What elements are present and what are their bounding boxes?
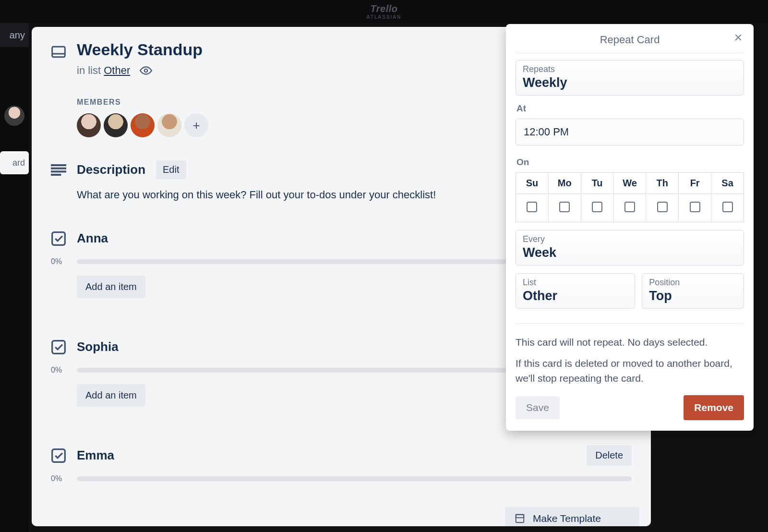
- day-checkbox-th[interactable]: [657, 202, 668, 212]
- day-checkbox-fr[interactable]: [690, 202, 700, 212]
- list-select[interactable]: List Other: [516, 273, 635, 309]
- brand-name: Trello: [367, 3, 401, 14]
- at-label: At: [516, 103, 744, 114]
- day-header: We: [613, 173, 646, 194]
- every-label: Every: [523, 234, 737, 244]
- avatar[interactable]: [131, 113, 155, 137]
- checklist-progress-bar: [77, 476, 632, 481]
- day-header: Tu: [581, 173, 613, 194]
- day-checkbox-su[interactable]: [527, 202, 537, 212]
- list-link[interactable]: Other: [104, 64, 130, 76]
- day-header: Su: [516, 173, 549, 194]
- day-checkbox-we[interactable]: [624, 202, 635, 212]
- time-input[interactable]: [516, 119, 744, 145]
- checklist-percent: 0%: [51, 257, 68, 266]
- repeat-warning-2: If this card is deleted or moved to anot…: [516, 356, 744, 386]
- board-card-fragment: ard: [0, 151, 29, 174]
- description-icon: [51, 164, 66, 176]
- svg-rect-11: [516, 515, 524, 518]
- add-member-button[interactable]: +: [184, 113, 208, 137]
- remove-button[interactable]: Remove: [684, 395, 744, 420]
- svg-rect-5: [51, 170, 66, 172]
- add-checklist-item-button[interactable]: Add an item: [77, 384, 145, 407]
- repeats-label: Repeats: [523, 64, 737, 74]
- repeats-select[interactable]: Repeats Weekly: [516, 60, 744, 96]
- every-select[interactable]: Every Week: [516, 230, 744, 266]
- make-template-button[interactable]: Make Template: [505, 507, 639, 526]
- day-checkbox-sa[interactable]: [722, 202, 733, 212]
- divider: [516, 323, 744, 324]
- list-value: Other: [523, 289, 628, 303]
- edit-description-button[interactable]: Edit: [156, 160, 186, 179]
- make-template-label: Make Template: [533, 513, 601, 524]
- day-header: Fr: [679, 173, 711, 194]
- watch-icon[interactable]: [140, 64, 152, 77]
- checklist-percent: 0%: [51, 474, 68, 483]
- checklist-percent: 0%: [51, 366, 68, 375]
- svg-point-2: [144, 69, 148, 73]
- checklist: Emma Delete 0%: [51, 445, 632, 483]
- popup-title: Repeat Card: [600, 34, 660, 46]
- avatar[interactable]: [157, 113, 181, 137]
- board-tab-fragment: any: [0, 23, 29, 47]
- svg-rect-0: [52, 47, 65, 57]
- day-checkbox-mo[interactable]: [559, 202, 570, 212]
- checklist-icon: [51, 339, 66, 355]
- svg-rect-3: [51, 164, 66, 166]
- in-list-text: in list Other: [77, 64, 130, 77]
- on-label: On: [516, 157, 744, 168]
- repeat-warning-1: This card will not repeat. No days selec…: [516, 335, 744, 350]
- checklist-title[interactable]: Anna: [77, 231, 576, 246]
- board-member-fragment: [0, 106, 29, 126]
- day-header: Th: [646, 173, 679, 194]
- brand-subtitle: ATLASSIAN: [367, 14, 401, 20]
- svg-rect-6: [51, 174, 61, 176]
- day-checkbox-tu[interactable]: [592, 202, 602, 212]
- svg-rect-4: [51, 167, 66, 169]
- repeat-card-popup: Repeat Card Repeats Weekly At On Su Mo T…: [506, 24, 754, 431]
- checklist-title[interactable]: Emma: [77, 448, 576, 463]
- add-checklist-item-button[interactable]: Add an item: [77, 276, 145, 298]
- days-table: Su Mo Tu We Th Fr Sa: [516, 172, 744, 222]
- save-button[interactable]: Save: [516, 396, 560, 419]
- repeats-value: Weekly: [523, 75, 737, 90]
- delete-checklist-button[interactable]: Delete: [587, 445, 632, 466]
- day-header: Mo: [548, 173, 581, 194]
- divider: [516, 53, 744, 53]
- position-label: Position: [649, 278, 737, 288]
- card-icon: [51, 44, 66, 60]
- svg-rect-9: [52, 449, 65, 462]
- checklist-title[interactable]: Sophia: [77, 339, 576, 354]
- brand-logo: Trello ATLASSIAN: [367, 3, 401, 20]
- svg-rect-7: [52, 232, 65, 245]
- every-value: Week: [523, 245, 737, 260]
- checklist-icon: [51, 448, 66, 463]
- app-topbar: Trello ATLASSIAN: [0, 0, 768, 23]
- day-header: Sa: [711, 173, 744, 194]
- description-heading: Description: [77, 162, 145, 177]
- template-icon: [515, 513, 525, 524]
- close-icon[interactable]: [733, 33, 743, 42]
- svg-rect-10: [516, 515, 524, 523]
- list-label: List: [523, 278, 628, 288]
- position-select[interactable]: Position Top: [642, 273, 744, 309]
- avatar[interactable]: [104, 113, 128, 137]
- card-title[interactable]: Weekly Standup: [77, 40, 203, 59]
- checklist-icon: [51, 231, 66, 246]
- avatar[interactable]: [77, 113, 101, 137]
- position-value: Top: [649, 289, 737, 303]
- svg-rect-8: [52, 340, 65, 353]
